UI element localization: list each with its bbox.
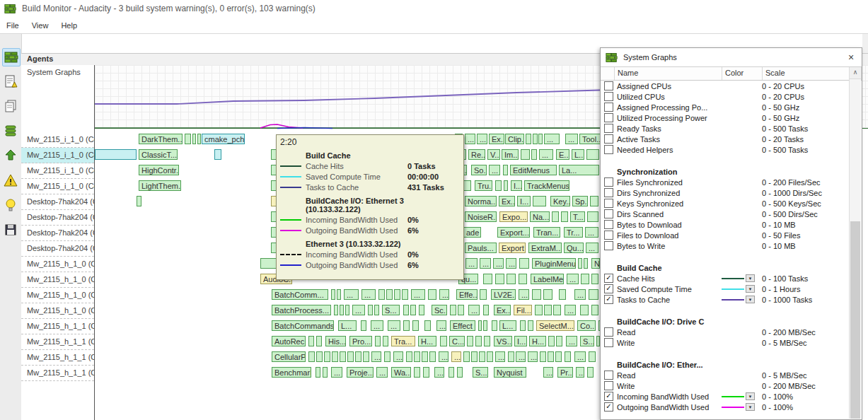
task-box[interactable]: ... xyxy=(574,351,586,362)
task-box[interactable] xyxy=(440,336,447,346)
task-box[interactable] xyxy=(519,274,527,284)
metric-checkbox[interactable]: ✓ xyxy=(604,402,613,412)
task-box[interactable]: ... xyxy=(516,351,526,362)
task-box[interactable] xyxy=(340,351,346,362)
task-box[interactable]: ... xyxy=(566,336,577,346)
task-box[interactable]: LV2E... xyxy=(491,289,516,300)
task-box[interactable] xyxy=(414,351,420,362)
task-box[interactable] xyxy=(591,274,598,284)
metric-checkbox[interactable] xyxy=(604,134,613,144)
task-box[interactable] xyxy=(544,305,552,315)
task-box[interactable]: Pr... xyxy=(557,367,573,378)
task-box[interactable] xyxy=(361,320,366,331)
task-box[interactable]: CellularPa... xyxy=(272,351,306,362)
task-box[interactable] xyxy=(332,351,338,362)
agent-row[interactable]: Mw_2115_i_1_0 (Co xyxy=(21,132,94,148)
task-box[interactable] xyxy=(383,336,388,346)
task-box[interactable]: Benchmark xyxy=(272,367,311,378)
task-box[interactable] xyxy=(543,289,552,300)
task-box[interactable]: ... xyxy=(376,367,388,378)
task-box[interactable] xyxy=(323,367,328,378)
task-box[interactable] xyxy=(467,336,473,346)
task-box[interactable]: Ex... xyxy=(494,305,511,315)
projects-icon[interactable] xyxy=(2,98,19,115)
task-box[interactable]: ... xyxy=(371,351,381,362)
task-box[interactable]: Fil... xyxy=(514,305,532,315)
task-box[interactable]: ... xyxy=(468,305,480,315)
task-box[interactable] xyxy=(185,134,191,144)
task-box[interactable] xyxy=(363,351,369,362)
task-box[interactable] xyxy=(410,305,416,315)
metric-checkbox[interactable]: ✓ xyxy=(604,295,613,304)
task-box[interactable] xyxy=(192,134,196,144)
task-box[interactable]: Tra... xyxy=(391,336,415,346)
task-box[interactable]: LabelMe... xyxy=(531,274,564,284)
task-box[interactable]: ... xyxy=(388,320,400,331)
metric-checkbox[interactable] xyxy=(604,241,613,250)
column-color[interactable]: Color xyxy=(722,67,763,80)
task-box[interactable]: C... xyxy=(449,336,465,346)
task-box[interactable] xyxy=(137,196,141,206)
task-box[interactable]: ... xyxy=(495,351,505,362)
agent-row[interactable]: Desktop-7hak204 (C xyxy=(21,241,94,257)
task-box[interactable]: ... xyxy=(544,134,560,144)
task-box[interactable] xyxy=(540,351,546,362)
metric-checkbox[interactable] xyxy=(604,81,613,91)
task-box[interactable] xyxy=(519,258,529,269)
task-box[interactable] xyxy=(504,180,508,191)
task-box[interactable] xyxy=(556,336,562,346)
task-box[interactable]: Nyquist xyxy=(494,367,526,378)
task-box[interactable]: ... xyxy=(489,165,500,175)
task-box[interactable]: Pauls... xyxy=(465,243,497,253)
task-box[interactable]: Effect xyxy=(450,320,475,331)
task-box[interactable]: ... xyxy=(451,351,461,362)
task-box[interactable] xyxy=(214,149,221,160)
task-box[interactable]: ... xyxy=(331,367,342,378)
task-box[interactable] xyxy=(450,305,456,315)
metric-checkbox[interactable] xyxy=(604,177,613,187)
task-box[interactable] xyxy=(316,351,323,362)
task-box[interactable]: PluginMenus xyxy=(532,258,576,269)
task-box[interactable] xyxy=(384,351,390,362)
task-box[interactable]: T... xyxy=(570,211,585,222)
task-box[interactable] xyxy=(503,165,508,175)
task-box[interactable]: ... xyxy=(411,289,425,300)
build-output-warning-icon[interactable] xyxy=(2,73,19,90)
task-box[interactable]: ... xyxy=(574,289,586,300)
task-box[interactable] xyxy=(590,196,598,206)
task-box[interactable]: LightThem... xyxy=(139,180,181,191)
scrollbar[interactable]: ∧ xyxy=(849,67,861,419)
system-graphs-titlebar[interactable]: System Graphs × xyxy=(601,48,862,67)
task-box[interactable] xyxy=(374,305,379,315)
task-box[interactable] xyxy=(531,149,537,160)
task-box[interactable] xyxy=(492,320,497,331)
task-box[interactable] xyxy=(423,367,429,378)
scroll-up-icon[interactable]: ∧ xyxy=(850,67,861,79)
task-box[interactable] xyxy=(584,258,588,269)
task-box[interactable] xyxy=(334,305,338,315)
task-box[interactable] xyxy=(463,351,470,362)
column-name[interactable]: Name xyxy=(615,67,722,80)
task-box[interactable] xyxy=(345,305,349,315)
graph-metric-row[interactable]: ✓Outgoing BandWidth Used▼0 - 100% xyxy=(601,402,849,412)
task-box[interactable] xyxy=(561,211,568,222)
task-box[interactable] xyxy=(429,351,436,362)
metric-checkbox[interactable] xyxy=(604,188,613,197)
task-box[interactable]: L... xyxy=(338,320,357,331)
task-box[interactable] xyxy=(495,180,502,191)
task-box[interactable] xyxy=(521,149,530,160)
agent-row[interactable]: Mw_2115_i_1_0 (Co xyxy=(21,179,94,194)
task-box[interactable] xyxy=(414,367,420,378)
task-box[interactable] xyxy=(589,351,596,362)
metric-checkbox[interactable]: ✓ xyxy=(604,284,613,293)
task-box[interactable] xyxy=(458,305,464,315)
task-box[interactable]: ... xyxy=(543,367,553,378)
menu-file[interactable]: File xyxy=(0,21,25,30)
task-box[interactable]: ... xyxy=(361,289,376,300)
task-box[interactable] xyxy=(378,289,385,300)
graph-metric-row[interactable]: Bytes to Download0 - 10 MB xyxy=(601,219,849,230)
task-box[interactable]: S... xyxy=(580,336,594,346)
graph-metric-row[interactable]: Ready Tasks0 - 500 Tasks xyxy=(601,123,849,134)
task-box[interactable] xyxy=(449,367,454,378)
task-box[interactable] xyxy=(197,134,201,144)
